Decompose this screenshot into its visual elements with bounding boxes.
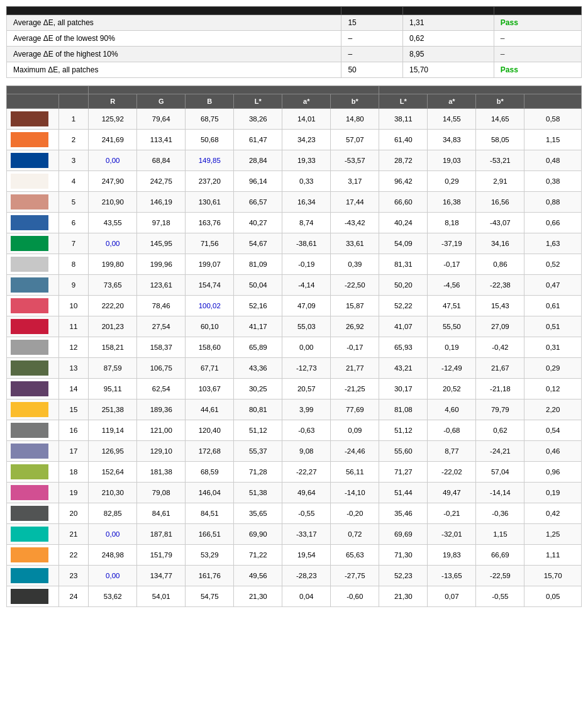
index-cell-16: 16 [58, 420, 89, 441]
tL-cell-7: 54,67 [234, 233, 282, 254]
delta-cell-9: 0,47 [524, 275, 582, 296]
swatch-cell-5 [7, 192, 59, 213]
delta-header [524, 94, 582, 109]
ma-cell-18: -22,02 [428, 462, 476, 483]
g-cell-13: 106,75 [137, 358, 186, 379]
patch-group-header [7, 86, 89, 94]
mL-cell-15: 81,08 [379, 399, 428, 420]
index-cell-20: 20 [58, 503, 89, 524]
g-cell-14: 62,54 [137, 379, 186, 399]
r-cell-11: 201,23 [89, 316, 137, 337]
summary-table: Average ΔE, all patches 15 1,31 Pass Ave… [6, 6, 582, 78]
mL-cell-5: 66,60 [379, 192, 428, 213]
mL-cell-3: 28,72 [379, 150, 428, 171]
tb-cell-19: -14,10 [331, 483, 379, 503]
ta-cell-15: 3,99 [282, 399, 331, 420]
ta-cell-4: 0,33 [282, 171, 331, 192]
delta-cell-14: 0,12 [524, 379, 582, 399]
tL-cell-6: 40,27 [234, 213, 282, 233]
b-cell-16: 120,40 [186, 420, 234, 441]
mL-cell-13: 43,21 [379, 358, 428, 379]
delta-cell-22: 1,11 [524, 545, 582, 566]
tL-cell-22: 71,22 [234, 545, 282, 566]
tL-cell-3: 28,84 [234, 150, 282, 171]
tb-cell-18: 56,11 [331, 462, 379, 483]
swatch-cell-21 [7, 524, 59, 545]
summary-test-1: Average ΔE of the lowest 90% [7, 31, 341, 47]
summary-tolerance-1: – [341, 31, 403, 47]
b-cell-5: 130,61 [186, 192, 234, 213]
swatch-cell-19 [7, 483, 59, 503]
tb-cell-13: 21,77 [331, 358, 379, 379]
ma-cell-11: 55,50 [428, 316, 476, 337]
tb-cell-9: -22,50 [331, 275, 379, 296]
swatch-cell-23 [7, 566, 59, 586]
tL-cell-24: 21,30 [234, 586, 282, 607]
mb-cell-2: 58,05 [476, 130, 524, 150]
r-cell-15: 251,38 [89, 399, 137, 420]
ma-cell-21: -32,01 [428, 524, 476, 545]
mL-cell-14: 30,17 [379, 379, 428, 399]
ma-cell-16: -0,68 [428, 420, 476, 441]
r-cell-9: 73,65 [89, 275, 137, 296]
b-cell-12: 158,60 [186, 337, 234, 358]
target-group-header [89, 86, 379, 94]
r-cell-21: 0,00 [89, 524, 137, 545]
mL-cell-22: 71,30 [379, 545, 428, 566]
ta-cell-18: -22,27 [282, 462, 331, 483]
tb-cell-8: 0,39 [331, 254, 379, 275]
g-cell-8: 199,96 [137, 254, 186, 275]
summary-measured-2: 8,95 [402, 47, 494, 62]
tb-cell-14: -21,25 [331, 379, 379, 399]
swatch-cell-2 [7, 130, 59, 150]
mb-cell-11: 27,09 [476, 316, 524, 337]
mL-cell-23: 52,23 [379, 566, 428, 586]
delta-cell-21: 1,25 [524, 524, 582, 545]
ta-cell-14: 20,57 [282, 379, 331, 399]
mb-cell-17: -24,21 [476, 441, 524, 462]
ta-cell-8: -0,19 [282, 254, 331, 275]
mb-cell-21: 1,15 [476, 524, 524, 545]
mb-cell-13: 21,67 [476, 358, 524, 379]
r-cell-22: 248,98 [89, 545, 137, 566]
ma-cell-5: 16,38 [428, 192, 476, 213]
swatch-cell-12 [7, 337, 59, 358]
ma-cell-10: 47,51 [428, 296, 476, 316]
index-cell-2: 2 [58, 130, 89, 150]
g-cell-18: 181,38 [137, 462, 186, 483]
r-cell-1: 125,92 [89, 109, 137, 130]
index-cell-12: 12 [58, 337, 89, 358]
swatch-header [7, 94, 59, 109]
tb-cell-7: 33,61 [331, 233, 379, 254]
mL-cell-10: 52,22 [379, 296, 428, 316]
ma-cell-7: -37,19 [428, 233, 476, 254]
tL-cell-10: 52,16 [234, 296, 282, 316]
tb-cell-22: 65,63 [331, 545, 379, 566]
mL-cell-1: 38,11 [379, 109, 428, 130]
g-cell-7: 145,95 [137, 233, 186, 254]
b-header: B [186, 94, 234, 109]
r-cell-6: 43,55 [89, 213, 137, 233]
index-cell-8: 8 [58, 254, 89, 275]
tb-cell-17: -24,46 [331, 441, 379, 462]
delta-cell-4: 0,38 [524, 171, 582, 192]
mb-cell-15: 79,79 [476, 399, 524, 420]
r-cell-2: 241,69 [89, 130, 137, 150]
index-cell-11: 11 [58, 316, 89, 337]
tb-cell-2: 57,07 [331, 130, 379, 150]
swatch-cell-11 [7, 316, 59, 337]
delta-cell-24: 0,05 [524, 586, 582, 607]
g-cell-24: 54,01 [137, 586, 186, 607]
summary-status-2: – [494, 47, 581, 62]
index-cell-6: 6 [58, 213, 89, 233]
r-cell-8: 199,80 [89, 254, 137, 275]
ta-cell-10: 47,09 [282, 296, 331, 316]
ma-cell-14: 20,52 [428, 379, 476, 399]
mL-cell-16: 51,12 [379, 420, 428, 441]
ma-cell-17: 8,77 [428, 441, 476, 462]
tL-cell-13: 43,36 [234, 358, 282, 379]
delta-cell-18: 0,96 [524, 462, 582, 483]
ma-cell-2: 34,83 [428, 130, 476, 150]
g-cell-12: 158,37 [137, 337, 186, 358]
mL-cell-11: 41,07 [379, 316, 428, 337]
